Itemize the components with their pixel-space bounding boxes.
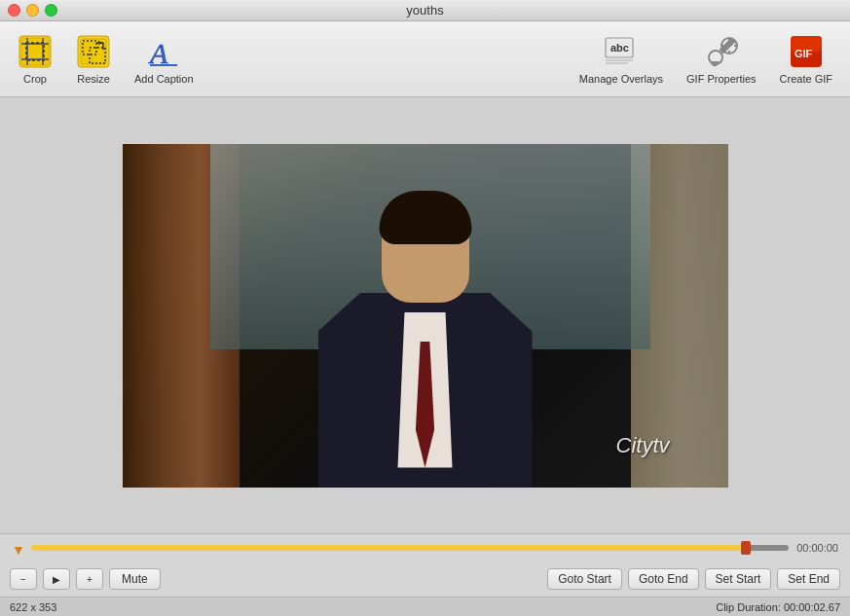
toolbar-right: abc Manage Overlays [570,28,842,91]
bottom-controls: ▼ 00:00:00 − ▶ + Mute Goto Start Goto En… [0,533,850,597]
transport-row: − ▶ + Mute Goto Start Goto End Set Start… [0,562,850,597]
timeline-bar: ▼ 00:00:00 [0,534,850,562]
video-scene: Citytv [123,144,728,488]
video-watermark: Citytv [616,433,670,458]
goto-start-button[interactable]: Goto Start [547,568,622,590]
play-button[interactable]: ▶ [43,568,70,590]
clip-duration-label: Clip Duration: 00:00:02.67 [716,601,840,613]
video-frame: Citytv [123,144,728,488]
crop-tool-button[interactable]: Crop [8,28,62,91]
set-end-button[interactable]: Set End [777,568,840,590]
close-button[interactable] [8,4,20,17]
toolbar: Crop Resize [0,21,850,97]
svg-text:abc: abc [610,42,629,54]
toolbar-left: Crop Resize [8,28,203,91]
set-start-button[interactable]: Set Start [705,568,772,590]
create-gif-button[interactable]: GIF Create GIF [770,28,842,91]
dimensions-label: 622 x 353 [10,601,56,613]
window-controls [8,4,57,17]
crop-tool-label: Crop [23,73,47,85]
svg-text:GIF: GIF [795,48,813,59]
timeline-track[interactable] [31,545,789,551]
resize-tool-button[interactable]: Resize [66,28,121,91]
title-bar: youths [0,0,850,21]
manage-overlays-icon: abc [604,34,639,69]
gif-properties-button[interactable]: GIF Properties [677,28,766,91]
svg-rect-1 [21,38,49,65]
minimize-button[interactable] [26,4,39,17]
gif-properties-label: GIF Properties [686,73,757,85]
resize-tool-label: Resize [77,73,110,85]
resize-icon [76,34,111,69]
goto-end-button[interactable]: Goto End [628,568,699,590]
status-bar: 622 x 353 Clip Duration: 00:00:02.67 [0,597,850,616]
add-caption-label: Add Caption [134,73,194,85]
caption-icon: A [146,34,181,69]
main-content: Citytv [0,97,850,533]
decrease-button[interactable]: − [10,568,37,590]
gif-properties-icon [704,34,739,69]
manage-overlays-label: Manage Overlays [579,73,663,85]
mute-button[interactable]: Mute [109,568,161,590]
add-caption-button[interactable]: A Add Caption [125,28,203,91]
manage-overlays-button[interactable]: abc Manage Overlays [570,28,673,91]
maximize-button[interactable] [45,4,57,17]
crop-icon [18,34,53,69]
timeline-start-marker: ▼ [12,542,23,554]
increase-button[interactable]: + [76,568,103,590]
window-title: youths [406,3,443,18]
person-figure [299,176,552,488]
timeline-time: 00:00:00 [796,542,838,554]
create-gif-icon: GIF [789,34,824,69]
person-hair [379,191,471,244]
timeline-thumb[interactable] [741,541,751,555]
create-gif-label: Create GIF [780,73,832,85]
